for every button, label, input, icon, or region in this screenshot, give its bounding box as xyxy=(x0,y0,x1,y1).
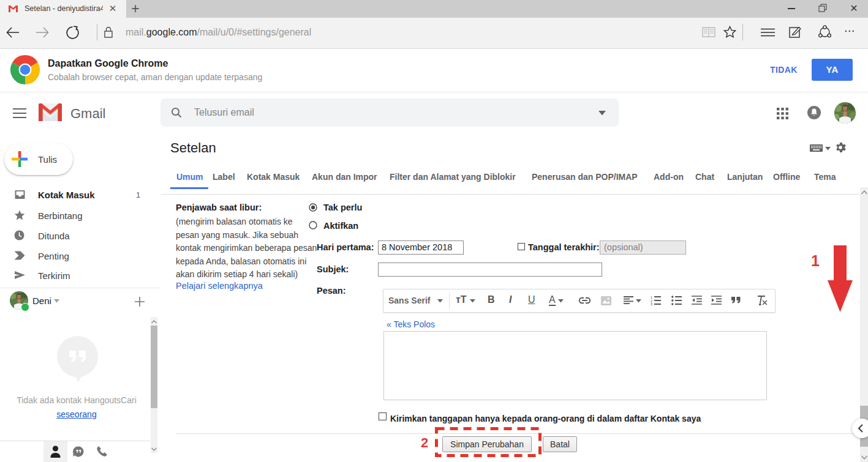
svg-text:3: 3 xyxy=(651,302,652,305)
